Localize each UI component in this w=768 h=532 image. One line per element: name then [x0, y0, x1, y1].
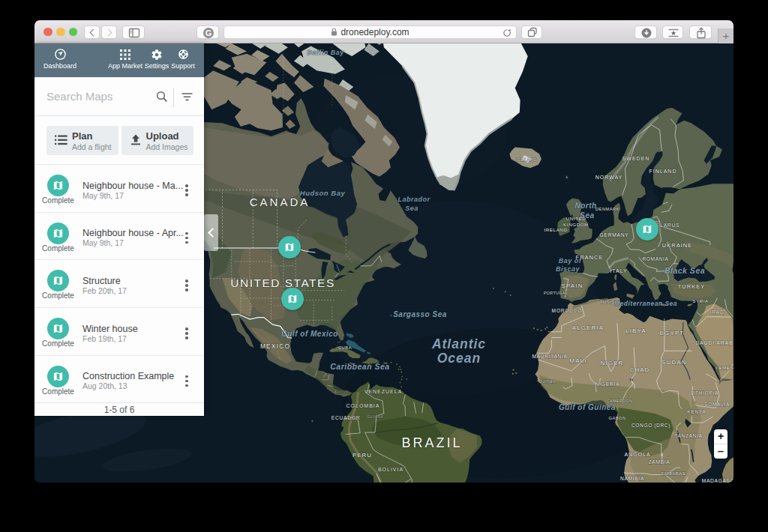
- svg-text:MAURITANIA: MAURITANIA: [532, 354, 567, 359]
- svg-text:ZIMBABWE: ZIMBABWE: [661, 471, 686, 476]
- svg-text:GUINEA: GUINEA: [539, 379, 556, 384]
- svg-text:BOLIVIA: BOLIVIA: [378, 467, 404, 472]
- svg-text:Gulf of Guinea: Gulf of Guinea: [559, 403, 616, 411]
- svg-text:ICELAND: ICELAND: [516, 157, 537, 162]
- svg-text:CUBA: CUBA: [338, 345, 352, 350]
- svg-text:MADAGASCA: MADAGASCA: [702, 478, 734, 483]
- svg-text:UNITED STATES: UNITED STATES: [230, 276, 335, 289]
- svg-text:Atlantic: Atlantic: [431, 336, 486, 351]
- svg-text:Sargasso Sea: Sargasso Sea: [393, 310, 447, 318]
- svg-text:BRAZIL: BRAZIL: [401, 435, 462, 450]
- svg-text:KENYA: KENYA: [687, 409, 706, 414]
- svg-text:YEMEN: YEMEN: [715, 365, 734, 370]
- svg-text:COLOMBIA: COLOMBIA: [346, 403, 380, 408]
- svg-text:Ocean: Ocean: [437, 351, 482, 366]
- svg-text:SUDAN: SUDAN: [662, 359, 687, 366]
- svg-text:NIGER: NIGER: [601, 360, 624, 366]
- svg-text:GUYANA: GUYANA: [367, 415, 383, 419]
- svg-text:CONGO (DRC): CONGO (DRC): [632, 423, 670, 429]
- svg-text:Gulf of Mexico: Gulf of Mexico: [281, 330, 338, 338]
- svg-text:MALI: MALI: [569, 357, 586, 364]
- svg-text:TURKEY: TURKEY: [678, 283, 705, 290]
- svg-text:Sea: Sea: [405, 205, 418, 212]
- svg-text:SWEDEN: SWEDEN: [622, 156, 650, 161]
- svg-text:SAUDI ARABI: SAUDI ARABI: [696, 340, 734, 345]
- svg-text:DENMARK: DENMARK: [596, 207, 620, 211]
- svg-text:Caribbean Sea: Caribbean Sea: [330, 362, 389, 371]
- svg-text:Mediterranean Sea: Mediterranean Sea: [614, 300, 677, 307]
- svg-text:LIBYA: LIBYA: [626, 327, 646, 334]
- svg-text:EGYPT: EGYPT: [660, 330, 685, 336]
- svg-text:Bay of: Bay of: [559, 257, 582, 265]
- svg-text:NAMIBIA: NAMIBIA: [620, 476, 644, 481]
- svg-text:ITALY: ITALY: [610, 268, 627, 273]
- svg-text:GABON: GABON: [608, 416, 626, 420]
- svg-text:PERU: PERU: [352, 452, 372, 459]
- svg-text:TANZANIA: TANZANIA: [674, 433, 703, 438]
- svg-text:SYRIA: SYRIA: [692, 298, 709, 303]
- svg-text:CHAD: CHAD: [630, 366, 650, 373]
- svg-text:MEXICO: MEXICO: [260, 342, 290, 350]
- svg-text:NIGERIA: NIGERIA: [596, 381, 620, 387]
- svg-text:FINLAND: FINLAND: [650, 169, 677, 174]
- svg-text:NORWAY: NORWAY: [596, 175, 623, 180]
- svg-text:IRELAND: IRELAND: [544, 227, 567, 232]
- svg-text:SPAIN: SPAIN: [561, 282, 583, 289]
- svg-text:Sea: Sea: [580, 211, 594, 220]
- svg-text:ROMANIA: ROMANIA: [643, 256, 669, 262]
- svg-text:ALGERIA: ALGERIA: [572, 324, 604, 331]
- svg-text:MOROCCO: MOROCCO: [552, 308, 583, 313]
- svg-text:Hudson Bay: Hudson Bay: [300, 189, 346, 197]
- svg-text:ECUADOR: ECUADOR: [332, 415, 361, 420]
- svg-text:IRAQ: IRAQ: [710, 309, 724, 315]
- svg-text:GERMANY: GERMANY: [600, 232, 629, 238]
- svg-text:ANGOLA: ANGOLA: [624, 452, 650, 457]
- svg-text:G: G: [206, 28, 212, 37]
- svg-text:UKRAINE: UKRAINE: [662, 242, 692, 249]
- svg-text:KINGDOM: KINGDOM: [563, 222, 589, 227]
- svg-text:Labrador: Labrador: [398, 196, 430, 203]
- svg-text:Black Sea: Black Sea: [664, 266, 705, 275]
- svg-text:VENEZUELA: VENEZUELA: [364, 389, 403, 394]
- svg-text:SOMALIA: SOMALIA: [704, 402, 730, 407]
- svg-text:Biscay: Biscay: [556, 265, 580, 273]
- svg-text:North: North: [574, 202, 596, 210]
- svg-text:PORTUGAL: PORTUGAL: [544, 291, 568, 295]
- svg-text:ETHIOPIA: ETHIOPIA: [692, 390, 718, 396]
- svg-text:ZAMBIA: ZAMBIA: [649, 459, 670, 465]
- svg-text:Baffin Bay: Baffin Bay: [307, 49, 344, 56]
- svg-text:CANADA: CANADA: [250, 196, 310, 208]
